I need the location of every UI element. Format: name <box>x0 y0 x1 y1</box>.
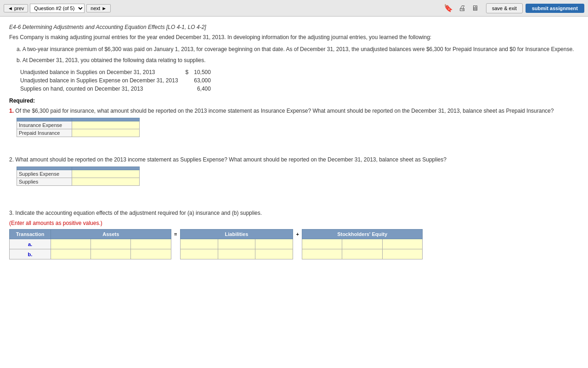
eq-equity-input-cell[interactable] <box>382 249 422 259</box>
item-b-text: At December 31, 2013, you obtained the f… <box>23 57 206 63</box>
eq-liabilities-input-cell[interactable] <box>218 239 255 249</box>
q2-input[interactable] <box>74 179 137 184</box>
q1-row-input-cell[interactable] <box>72 129 140 137</box>
question-dropdown[interactable]: Question #2 (of 5) <box>30 4 85 13</box>
q2-text: What amount should be reported on the 20… <box>15 156 447 163</box>
q2-header-amount <box>72 167 140 170</box>
eq-equity-input[interactable] <box>304 242 340 247</box>
supplies-row-dollar <box>182 85 191 93</box>
question-intro: Fes Company is making adjusting journal … <box>9 33 579 41</box>
eq-equals-cell <box>171 249 180 259</box>
eq-th-equity: Stockholders' Equity <box>302 230 423 239</box>
q1-header-label <box>17 118 72 121</box>
eq-equity-input[interactable] <box>344 242 380 247</box>
supplies-row-label: Supplies on hand, counted on December 31… <box>17 85 182 93</box>
eq-plus-cell <box>293 239 302 249</box>
eq-equity-input-cell[interactable] <box>342 239 382 249</box>
q1-row-input-cell[interactable] <box>72 121 140 129</box>
question-3-text: 3. Indicate the accounting equation effe… <box>9 209 579 217</box>
q2-row-input-cell[interactable] <box>72 178 140 186</box>
eq-assets-input[interactable] <box>93 242 129 247</box>
item-a: a. A two-year insurance premium of $6,30… <box>17 45 579 53</box>
eq-equity-input-cell[interactable] <box>342 249 382 259</box>
eq-assets-input[interactable] <box>53 242 89 247</box>
question-select: Question #2 (of 5) <box>30 4 85 13</box>
toolbar: ◄ prev Question #2 (of 5) next ► 🔖 🖨 🖥 s… <box>0 0 588 17</box>
eq-th-eq: = <box>171 230 180 239</box>
eq-liabilities-input[interactable] <box>182 242 216 247</box>
eq-equity-input[interactable] <box>384 252 420 257</box>
eq-liabilities-input[interactable] <box>257 252 291 257</box>
eq-liabilities-input[interactable] <box>257 242 291 247</box>
eq-assets-input-cell[interactable] <box>91 239 131 249</box>
eq-assets-input-cell[interactable] <box>131 239 171 249</box>
item-b: b. At December 31, 2013, you obtained th… <box>17 56 579 64</box>
eq-assets-input-cell[interactable] <box>131 249 171 259</box>
save-exit-button[interactable]: save & exit <box>486 3 523 13</box>
q1-row-label: Insurance Expense <box>17 121 72 129</box>
eq-liabilities-input[interactable] <box>220 252 254 257</box>
info-icon[interactable]: 🖥 <box>471 4 479 12</box>
eq-equity-input[interactable] <box>304 252 340 257</box>
eq-note: (Enter all amounts as positive values.) <box>9 220 579 226</box>
q1-header-amount <box>72 118 140 121</box>
eq-trans-label: b. <box>10 249 51 259</box>
supplies-row-dollar <box>182 76 191 85</box>
q1-text: Of the $6,300 paid for insurance, what a… <box>15 108 554 114</box>
eq-liabilities-input-cell[interactable] <box>180 249 218 259</box>
q2-header-label <box>17 167 72 170</box>
question-1-text: 1. Of the $6,300 paid for insurance, wha… <box>9 107 579 115</box>
q2-row-label: Supplies <box>17 178 72 186</box>
eq-equity-input[interactable] <box>384 242 420 247</box>
supplies-row-label: Unadjusted balance in Supplies on Decemb… <box>17 68 182 76</box>
bookmark-icon[interactable]: 🔖 <box>444 4 453 12</box>
q3-text: Indicate the accounting equation effects… <box>15 210 262 216</box>
q2-row-input-cell[interactable] <box>72 170 140 178</box>
eq-assets-input-cell[interactable] <box>51 249 91 259</box>
supplies-row-amount: 6,400 <box>190 85 213 93</box>
eq-equity-input[interactable] <box>344 252 380 257</box>
q2-row-label: Supplies Expense <box>17 170 72 178</box>
eq-assets-input[interactable] <box>133 242 169 247</box>
item-a-label: a. <box>17 46 23 52</box>
prev-button[interactable]: ◄ prev <box>4 4 28 12</box>
q2-number: 2. <box>9 156 15 163</box>
eq-assets-input[interactable] <box>133 252 169 257</box>
q1-input[interactable] <box>74 122 137 128</box>
eq-liabilities-input-cell[interactable] <box>255 249 293 259</box>
q1-number: 1. <box>9 108 14 114</box>
q3-number: 3. <box>9 210 15 216</box>
submit-assignment-button[interactable]: submit assignment <box>526 4 584 13</box>
q1-input[interactable] <box>74 130 137 136</box>
eq-plus-cell <box>293 249 302 259</box>
eq-trans-label: a. <box>10 239 51 249</box>
eq-equity-input-cell[interactable] <box>302 239 342 249</box>
next-button[interactable]: next ► <box>86 4 111 12</box>
main-content: E4-6 Determining Adjustments and Account… <box>0 17 588 368</box>
eq-liabilities-input-cell[interactable] <box>255 239 293 249</box>
eq-liabilities-input[interactable] <box>182 252 216 257</box>
eq-table: Transaction Assets = Liabilities + Stock… <box>9 229 423 259</box>
eq-assets-input-cell[interactable] <box>91 249 131 259</box>
item-a-text: A two-year insurance premium of $6,300 w… <box>23 46 574 52</box>
question-3-section: 3. Indicate the accounting equation effe… <box>9 209 579 259</box>
q1-row-label: Prepaid Insurance <box>17 129 72 137</box>
q2-input[interactable] <box>74 171 137 177</box>
eq-assets-input-cell[interactable] <box>51 239 91 249</box>
eq-equity-input-cell[interactable] <box>382 239 422 249</box>
required-label: Required: <box>9 98 579 104</box>
eq-liabilities-input[interactable] <box>220 242 254 247</box>
eq-th-transaction: Transaction <box>10 230 51 239</box>
print-icon[interactable]: 🖨 <box>458 4 466 12</box>
eq-liabilities-input-cell[interactable] <box>218 249 255 259</box>
eq-liabilities-input-cell[interactable] <box>180 239 218 249</box>
question-2-text: 2. What amount should be reported on the… <box>9 155 579 164</box>
question-1-section: 1. Of the $6,300 paid for insurance, wha… <box>9 107 579 137</box>
eq-equals-cell <box>171 239 180 249</box>
eq-equity-input-cell[interactable] <box>302 249 342 259</box>
q1-answer-table: Insurance ExpensePrepaid Insurance <box>17 118 140 137</box>
eq-th-assets: Assets <box>51 230 171 239</box>
question-title: E4-6 Determining Adjustments and Account… <box>9 24 579 30</box>
eq-assets-input[interactable] <box>93 252 129 257</box>
eq-assets-input[interactable] <box>53 252 89 257</box>
